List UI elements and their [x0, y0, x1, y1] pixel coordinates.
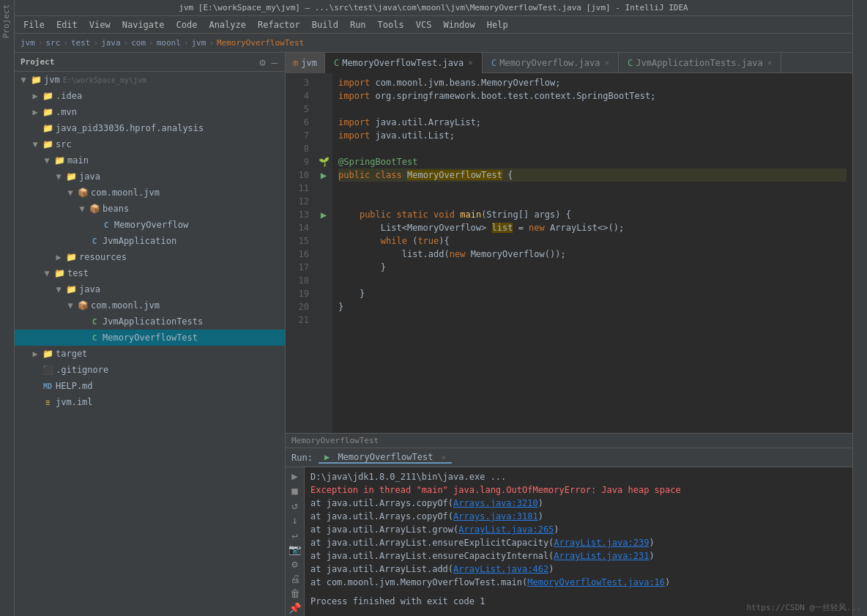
tab-jvm-label: jvm — [301, 58, 317, 68]
tree-item-src[interactable]: ▼ 📁 src — [15, 136, 285, 152]
code-line-5 — [338, 103, 846, 116]
menu-item-file[interactable]: File — [18, 18, 51, 31]
breadcrumb-java[interactable]: java — [101, 38, 121, 48]
code-line-3: import com.moonl.jvm.beans.MemoryOverflo… — [338, 76, 846, 89]
tab-close-memory-overflow[interactable]: ✕ — [604, 58, 609, 67]
tree-label-main: main — [67, 155, 89, 166]
gutter: 🌱 ▶ ▶ — [315, 73, 332, 433]
run-camera-button[interactable]: 📷 — [287, 543, 303, 555]
menu-item-help[interactable]: Help — [481, 18, 514, 31]
run-arrow-class[interactable]: ▶ — [315, 168, 332, 182]
tree-item-jvm-application[interactable]: ▶ C JvmApplication — [15, 233, 285, 249]
run-link-arraylist-ensure-explicit[interactable]: ArrayList.java:239 — [554, 538, 649, 548]
tree-item-mvn[interactable]: ▶ 📁 .mvn — [15, 104, 285, 120]
run-stop-button[interactable]: ■ — [287, 485, 303, 497]
tree-item-gitignore[interactable]: ▶ ⬛ .gitignore — [15, 362, 285, 378]
tree-item-help-md[interactable]: ▶ MD HELP.md — [15, 378, 285, 394]
breadcrumb-moonl[interactable]: moonl — [157, 38, 181, 48]
folder-icon-idea: 📁 — [41, 91, 54, 101]
tab-memory-overflow-test[interactable]: C MemoryOverflowTest.java ✕ — [325, 53, 483, 73]
sidebar-minimize-icon[interactable]: — — [270, 56, 279, 68]
menu-item-code[interactable]: Code — [171, 18, 204, 31]
code-line-7: import java.util.List; — [338, 129, 846, 142]
breadcrumb-class[interactable]: MemoryOverflowTest — [217, 38, 304, 48]
run-link-arrays-1[interactable]: Arrays.java:3210 — [453, 498, 538, 508]
menu-item-vcs[interactable]: VCS — [410, 18, 438, 31]
menu-item-navigate[interactable]: Navigate — [116, 18, 171, 31]
run-wrap-button[interactable]: ↵ — [287, 529, 303, 541]
tree-item-jvm-application-tests[interactable]: ▶ C JvmApplicationTests — [15, 313, 285, 330]
menu-item-analyze[interactable]: Analyze — [203, 18, 252, 31]
right-tool-strip — [852, 0, 867, 616]
tree-item-memory-overflow[interactable]: ▶ C MemoryOverflow — [15, 217, 285, 233]
class-icon-memory-overflow: C — [100, 220, 113, 230]
tree-item-hprof[interactable]: ▶ 📁 java_pid33036.hprof.analysis — [15, 120, 285, 136]
run-link-arraylist-grow[interactable]: ArrayList.java:265 — [458, 524, 554, 535]
tree-label-memory-overflow: MemoryOverflow — [114, 220, 188, 230]
tab-memory-overflow[interactable]: C MemoryOverflow.java ✕ — [483, 53, 619, 73]
folder-icon-test-java: 📁 — [64, 284, 78, 294]
tree-label-test: test — [67, 268, 89, 278]
run-tab-close[interactable]: ✕ — [442, 453, 447, 462]
menu-item-tools[interactable]: Tools — [372, 18, 410, 31]
tree-item-jvm-iml[interactable]: ▶ ≡ jvm.iml — [15, 394, 285, 410]
tree-item-target[interactable]: ▶ 📁 target — [15, 346, 285, 362]
main-window: Project jvm [E:\workSpace_my\jvm] – ...\… — [0, 0, 867, 616]
line-numbers: 3 4 5 6 7 8 9 10 11 12 13 14 15 16 — [286, 73, 315, 433]
tab-close-jvm-application-tests[interactable]: ✕ — [767, 58, 773, 67]
menu-item-run[interactable]: Run — [344, 18, 372, 31]
watermark: https://CSDN @一丝轻风... — [746, 602, 861, 613]
tab-close-memory-overflow-test[interactable]: ✕ — [468, 58, 473, 67]
run-tab-memory-overflow-test[interactable]: ▶ MemoryOverflowTest ✕ — [319, 452, 452, 464]
menu-item-window[interactable]: Window — [437, 18, 480, 31]
run-restart-button[interactable]: ↺ — [287, 500, 303, 511]
run-clear-button[interactable]: 🗑 — [287, 587, 303, 599]
tree-arrow-target: ▶ — [29, 349, 41, 359]
tree-item-com-moonl-jvm[interactable]: ▼ 📦 com.moonl.jvm — [15, 185, 285, 201]
breadcrumb-com[interactable]: com — [131, 38, 146, 48]
tree-label-main-java: java — [79, 171, 100, 182]
code-content: import com.moonl.jvm.beans.MemoryOverflo… — [332, 73, 852, 433]
breadcrumb-src[interactable]: src — [46, 38, 61, 48]
tree-label-test-com-moonl-jvm: com.moonl.jvm — [91, 300, 160, 311]
tab-jvm[interactable]: m jvm — [286, 53, 325, 73]
menu-item-edit[interactable]: Edit — [51, 18, 83, 31]
run-arrow-method[interactable]: ▶ — [315, 208, 332, 221]
run-pin-button[interactable]: 📌 — [287, 602, 303, 614]
tree-item-test-java[interactable]: ▼ 📁 java — [15, 281, 285, 297]
sidebar-gear-icon[interactable]: ⚙ — [258, 56, 267, 68]
run-link-arraylist-add[interactable]: ArrayList.java:462 — [453, 564, 548, 574]
tree-item-main-java[interactable]: ▼ 📁 java — [15, 168, 285, 185]
menu-item-refactor[interactable]: Refactor — [252, 18, 306, 31]
run-scroll-down-button[interactable]: ↓ — [287, 514, 303, 526]
run-play-button[interactable]: ▶ — [287, 470, 303, 482]
run-print-button[interactable]: 🖨 — [287, 573, 303, 585]
breadcrumb-jvm2[interactable]: jvm — [192, 38, 206, 48]
run-settings-button[interactable]: ⚙ — [287, 558, 303, 570]
tree-item-resources[interactable]: ▶ 📁 resources — [15, 249, 285, 265]
tree-item-main[interactable]: ▼ 📁 main — [15, 152, 285, 168]
tree-item-memory-overflow-test[interactable]: ▶ C MemoryOverflowTest — [15, 330, 285, 346]
run-link-arraylist-ensure-internal[interactable]: ArrayList.java:231 — [554, 551, 649, 561]
tree-arrow-test-com-moonl-jvm: ▼ — [64, 300, 76, 311]
tab-jvm-application-tests[interactable]: C JvmApplicationTests.java ✕ — [619, 53, 781, 73]
tree-item-test-com-moonl-jvm[interactable]: ▼ 📦 com.moonl.jvm — [15, 297, 285, 313]
tree-arrow-com-moonl-jvm: ▼ — [64, 188, 76, 198]
menu-item-build[interactable]: Build — [306, 18, 344, 31]
editor-tabs: m jvm C MemoryOverflowTest.java ✕ C Memo… — [286, 53, 852, 73]
tree-item-beans[interactable]: ▼ 📦 beans — [15, 201, 285, 217]
menu-item-view[interactable]: View — [83, 18, 116, 31]
breadcrumb-test[interactable]: test — [71, 38, 91, 48]
code-line-14: List<MemoryOverflow> list = new ArrayLis… — [338, 221, 846, 234]
test-icon-memory-overflow-test: C — [88, 333, 101, 343]
left-tool-strip: Project — [0, 0, 15, 616]
run-link-memory-overflow-test-main[interactable]: MemoryOverflowTest.java:16 — [527, 577, 665, 587]
title-bar: jvm [E:\workSpace_my\jvm] – ...\src\test… — [15, 0, 852, 16]
tree-item-idea[interactable]: ▶ 📁 .idea — [15, 88, 285, 104]
breadcrumb-jvm[interactable]: jvm — [21, 38, 35, 48]
structure-panel-label[interactable]: Project — [0, 0, 14, 42]
tree-item-jvm[interactable]: ▼ 📁 jvm E:\workSpace_my\jvm — [15, 72, 285, 88]
tree-item-test[interactable]: ▼ 📁 test — [15, 265, 285, 281]
run-link-arrays-2[interactable]: Arrays.java:3181 — [453, 511, 538, 522]
run-output-path: D:\java\jdk1.8.0_211\bin\java.exe ... — [310, 470, 846, 483]
